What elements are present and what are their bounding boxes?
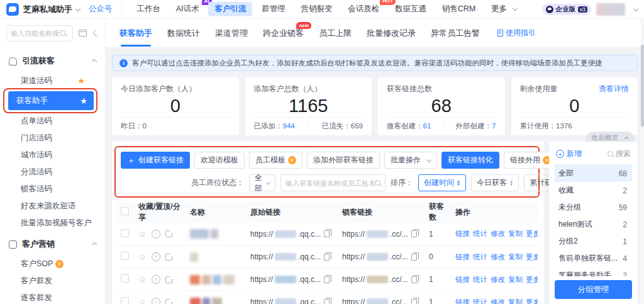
- add-group-button[interactable]: ＋新增: [556, 149, 582, 159]
- group-item-helen-test[interactable]: helen测试2: [555, 216, 632, 233]
- page-scrollbar[interactable]: [641, 20, 644, 304]
- action-copy[interactable]: 复制: [508, 275, 523, 284]
- action-link[interactable]: 链接: [455, 275, 470, 284]
- nav-ai-script[interactable]: AI话术AI: [170, 2, 206, 16]
- brand-chevron-down-icon[interactable]: [75, 6, 80, 11]
- row-checkbox[interactable]: [121, 274, 129, 283]
- batch-actions-button[interactable]: 批量操作: [384, 152, 437, 169]
- action-stats[interactable]: 统计: [473, 275, 487, 284]
- sidebar-item-city-code[interactable]: 城市活码: [0, 147, 105, 164]
- action-copy[interactable]: 复制: [508, 298, 523, 304]
- sidebar-item-store-code[interactable]: 门店活码: [0, 130, 105, 147]
- share-external-icon[interactable]: [165, 230, 172, 237]
- welcome-template-button[interactable]: 欢迎语模板: [194, 152, 245, 169]
- action-more[interactable]: 更多: [526, 252, 538, 262]
- share-external-icon[interactable]: [165, 276, 172, 283]
- pin-top-icon[interactable]: ↑: [152, 252, 160, 261]
- copy-icon[interactable]: [411, 230, 417, 237]
- copy-icon[interactable]: [324, 276, 330, 283]
- action-link[interactable]: 链接: [455, 298, 470, 304]
- action-edit[interactable]: 修改: [491, 298, 505, 304]
- sidebar-item-acquisition-assistant[interactable]: 获客助手★: [8, 91, 94, 110]
- pin-top-icon[interactable]: ↑: [152, 230, 160, 239]
- favorite-star-icon[interactable]: ★: [77, 76, 85, 86]
- nav-sales-crm[interactable]: 销售CRM: [436, 2, 482, 16]
- function-search-input[interactable]: [11, 30, 60, 37]
- action-stats[interactable]: 统计: [473, 252, 487, 262]
- group-item-ungrouped[interactable]: 未分组59: [555, 199, 632, 216]
- action-more[interactable]: 更多: [526, 275, 538, 284]
- tab-batch-edit-records[interactable]: 批量修改记录: [367, 28, 416, 39]
- group-item-presale-links[interactable]: 售前单独获客链...4: [555, 250, 632, 267]
- tab-data-statistics[interactable]: 数据统计: [167, 28, 200, 39]
- nav-marketing-fission[interactable]: 营销裂变: [294, 2, 338, 16]
- manage-groups-button[interactable]: 分组管理: [555, 280, 632, 299]
- account-type-link[interactable]: 公众号: [89, 4, 113, 14]
- group-item-all[interactable]: 全部68: [555, 165, 632, 182]
- add-external-link-button[interactable]: 添加外部获客链接: [307, 152, 380, 169]
- sidebar-item-customer-mass-send[interactable]: 客户群发: [0, 273, 105, 290]
- link-search-box[interactable]: [280, 174, 386, 191]
- action-copy[interactable]: 复制: [508, 252, 523, 262]
- section-customer-marketing[interactable]: 客户营销: [0, 232, 105, 256]
- user-menu-chevron-icon[interactable]: [633, 6, 638, 11]
- action-edit[interactable]: 修改: [491, 252, 505, 262]
- tab-cross-enterprise-lock[interactable]: 跨企业锁客new: [263, 28, 304, 39]
- sidebar-item-order-code[interactable]: 点单活码: [0, 113, 105, 130]
- favorite-star-icon[interactable]: ☆: [138, 274, 147, 284]
- section-lead-acquisition[interactable]: 引流获客: [0, 48, 105, 72]
- link-search-input[interactable]: [286, 179, 375, 187]
- seat-status-select[interactable]: 全部: [249, 174, 275, 191]
- share-external-icon[interactable]: [165, 299, 172, 304]
- sidebar-item-channel-code[interactable]: 渠道活码★: [0, 72, 105, 89]
- copy-icon[interactable]: [324, 299, 330, 304]
- share-external-icon[interactable]: [165, 254, 172, 261]
- nav-chat-inspection[interactable]: 会话质检HOT: [341, 2, 386, 16]
- nav-workbench[interactable]: 工作台: [131, 2, 167, 16]
- favorite-star-icon[interactable]: ☆: [138, 297, 147, 304]
- copy-icon[interactable]: [411, 276, 417, 283]
- group-item-group2[interactable]: 分组21: [555, 233, 632, 250]
- nav-group-management[interactable]: 群管理: [255, 2, 292, 16]
- function-search-box[interactable]: [6, 25, 73, 42]
- sidebar-item-customer-sop[interactable]: 客户SOP V: [0, 256, 105, 273]
- action-link[interactable]: 链接: [455, 252, 470, 262]
- pin-top-icon[interactable]: ↑: [152, 298, 160, 304]
- sidebar-item-friend-source-welcome[interactable]: 好友来源欢迎语: [0, 198, 105, 215]
- nav-data-exchange[interactable]: 数据互通: [389, 2, 433, 16]
- usage-guide-link[interactable]: 使用指引: [497, 28, 536, 38]
- user-avatar[interactable]: [596, 3, 625, 16]
- action-more[interactable]: 更多: [526, 229, 538, 239]
- tab-abnormal-staff-alert[interactable]: 异常员工告警: [431, 28, 480, 39]
- favorite-star-icon[interactable]: ☆: [138, 229, 147, 239]
- nav-customer-acquisition[interactable]: 客户引流: [208, 2, 252, 16]
- row-checkbox[interactable]: [121, 297, 129, 304]
- favorite-star-icon[interactable]: ☆: [138, 252, 147, 262]
- pin-top-icon[interactable]: ↑: [152, 275, 160, 284]
- view-details-link[interactable]: 查看详情: [599, 84, 629, 94]
- action-link[interactable]: 链接: [455, 229, 470, 239]
- sidebar-item-split-code[interactable]: 分流活码: [0, 164, 105, 181]
- row-checkbox[interactable]: [121, 229, 129, 237]
- link-conversion-button[interactable]: 获客链接转化: [441, 152, 499, 169]
- copy-icon[interactable]: [324, 230, 330, 237]
- create-link-button[interactable]: ＋创建获客链接: [121, 152, 190, 169]
- group-item-service-assistant[interactable]: 芝麻服务号助手2: [555, 267, 632, 276]
- action-more[interactable]: 更多: [526, 298, 538, 304]
- copy-icon[interactable]: [411, 254, 417, 261]
- action-stats[interactable]: 统计: [473, 298, 487, 304]
- sort-by-create-time[interactable]: 创建时间▲▼: [418, 174, 466, 191]
- sidebar-item-lock-code[interactable]: 锁客活码: [0, 181, 105, 198]
- copy-icon[interactable]: [411, 299, 417, 304]
- action-stats[interactable]: 统计: [473, 229, 487, 239]
- tab-acquisition-assistant[interactable]: 获客助手: [119, 28, 152, 39]
- action-copy[interactable]: 复制: [508, 229, 523, 239]
- action-edit[interactable]: 修改: [491, 229, 505, 239]
- row-checkbox[interactable]: [121, 252, 129, 260]
- copy-icon[interactable]: [324, 254, 330, 261]
- tab-channel-management[interactable]: 渠道管理: [215, 28, 248, 39]
- group-item-favorites[interactable]: 收藏2: [555, 182, 632, 199]
- tab-staff-limit[interactable]: 员工上限: [319, 28, 352, 39]
- action-edit[interactable]: 修改: [491, 275, 505, 284]
- sidebar-item-individual-mass-send[interactable]: 逐客群发: [0, 290, 105, 304]
